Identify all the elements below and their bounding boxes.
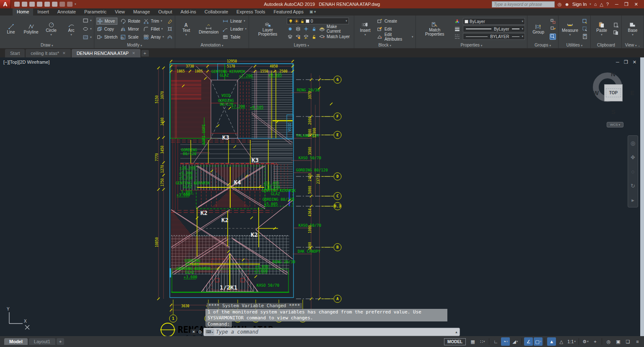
- arc-button[interactable]: Arc▾: [62, 16, 80, 41]
- sign-in-button[interactable]: Sign In: [572, 2, 587, 7]
- orbit-icon[interactable]: ↻: [631, 183, 635, 189]
- transfer-icon[interactable]: [44, 2, 50, 7]
- drawing-minimize-button[interactable]: ─: [616, 60, 619, 65]
- compass-south[interactable]: S: [611, 108, 615, 115]
- customization-menu-icon[interactable]: ≡: [633, 337, 642, 346]
- create-block-button[interactable]: Create: [377, 18, 413, 25]
- object-snap-tracking-icon[interactable]: ∠: [524, 337, 533, 346]
- command-close-icon[interactable]: ✕: [191, 329, 197, 335]
- autoscale-icon[interactable]: △: [557, 337, 566, 346]
- scale-button[interactable]: Scale: [120, 34, 140, 41]
- copy-button[interactable]: Copy: [96, 26, 118, 33]
- model-space-button[interactable]: MODEL: [444, 338, 466, 345]
- isolate-objects-icon[interactable]: ◎: [604, 337, 613, 346]
- select-all-icon[interactable]: [582, 26, 588, 32]
- panel-label-view[interactable]: View ▾ ⌄: [622, 42, 644, 48]
- color-dropdown[interactable]: ByLayer▾: [463, 18, 525, 25]
- panel-label-block[interactable]: Block ▾: [354, 42, 415, 48]
- polyline-button[interactable]: Polyline: [22, 16, 40, 41]
- tab-output[interactable]: Output: [154, 8, 177, 16]
- array-button[interactable]: Array▾: [143, 34, 164, 41]
- trim-button[interactable]: Trim▾: [143, 18, 164, 25]
- make-current-button[interactable]: Make Current: [287, 25, 352, 32]
- annotation-scale-label[interactable]: 1:1▾: [566, 337, 576, 346]
- leader-button[interactable]: Leader▾: [222, 26, 247, 33]
- panel-label-layers[interactable]: Layers ▾: [249, 42, 354, 48]
- group-selection-toggle-icon[interactable]: [550, 34, 556, 40]
- tab-home[interactable]: Home: [13, 8, 33, 16]
- autodesk-exchange-icon[interactable]: △: [600, 2, 603, 7]
- close-button[interactable]: ✕: [634, 2, 638, 7]
- zoom-icon[interactable]: ◌: [631, 168, 635, 175]
- grid-icon[interactable]: ▦: [468, 337, 477, 346]
- snap-mode-icon[interactable]: ∷▾: [478, 337, 487, 346]
- tab-annotate[interactable]: Annotate: [53, 8, 80, 16]
- pan-icon[interactable]: ✥: [631, 154, 635, 161]
- linetype-dropdown[interactable]: BYLAYER▾: [463, 33, 525, 40]
- sign-in-dropdown-icon[interactable]: ▾: [589, 3, 591, 6]
- explode-icon[interactable]: [166, 26, 173, 32]
- ribbon-display-toggle-icon[interactable]: ▣ ▾: [309, 8, 316, 16]
- polar-tracking-icon[interactable]: ◔▾: [501, 337, 510, 346]
- measure-button[interactable]: Measure▾: [561, 16, 579, 41]
- wcs-dropdown[interactable]: WCS▾: [607, 122, 623, 127]
- save-as-icon[interactable]: [37, 2, 42, 7]
- viewport-controls[interactable]: [−][Top][2D Wireframe]: [3, 60, 49, 65]
- new-file-icon[interactable]: [14, 2, 20, 7]
- tab-parametric[interactable]: Parametric: [80, 8, 111, 16]
- ellipse-tool-icon[interactable]: ▾: [83, 26, 92, 33]
- minimize-button[interactable]: ─: [615, 2, 618, 7]
- table-button[interactable]: Table: [222, 34, 247, 41]
- new-tab-button[interactable]: +: [141, 50, 149, 57]
- workspace-gear-icon[interactable]: ⚙▾: [581, 337, 590, 346]
- isometric-drafting-icon[interactable]: ◢▾: [511, 337, 519, 346]
- panel-label-annotation[interactable]: Annotation ▾: [175, 42, 249, 48]
- graphics-performance-icon[interactable]: ▣: [614, 337, 623, 346]
- qat-customize-icon[interactable]: ▾: [75, 3, 76, 6]
- match-properties-button[interactable]: Match Properties: [418, 16, 452, 41]
- edit-attributes-button[interactable]: Edit Attributes▾: [377, 34, 413, 41]
- compass-north[interactable]: N: [611, 70, 615, 78]
- insert-button[interactable]: Insert▾: [356, 16, 374, 41]
- tab-view[interactable]: View: [111, 8, 129, 16]
- ungroup-icon[interactable]: [550, 18, 556, 25]
- circle-button[interactable]: Circle▾: [42, 16, 60, 41]
- command-history-icon[interactable]: ▴: [455, 330, 458, 334]
- rectangle-tool-icon[interactable]: ▾: [83, 17, 92, 24]
- panel-label-draw[interactable]: Draw ▾: [0, 42, 94, 48]
- base-button[interactable]: Base▾: [624, 16, 641, 41]
- close-tab-icon[interactable]: ✕: [62, 51, 66, 55]
- compass-west[interactable]: W: [593, 89, 599, 96]
- restore-button[interactable]: ❒: [624, 2, 628, 7]
- text-button[interactable]: A Text▾: [177, 16, 195, 41]
- lineweight-dropdown[interactable]: ByLayer▾: [463, 26, 525, 32]
- viewcube-top-face[interactable]: TOP: [604, 84, 623, 101]
- close-tab-icon[interactable]: ✕: [132, 51, 135, 55]
- show-motion-icon[interactable]: ▸: [631, 197, 634, 203]
- quick-select-icon[interactable]: [582, 18, 588, 25]
- app-store-icon[interactable]: ⌂: [594, 2, 597, 7]
- navigation-wheel-icon[interactable]: ◎: [631, 140, 635, 146]
- command-bar[interactable]: ⌨▾ ▴: [203, 328, 460, 336]
- edit-block-button[interactable]: Edit: [377, 26, 413, 33]
- save-icon[interactable]: [29, 2, 35, 7]
- drawing-close-button[interactable]: ✕: [633, 60, 636, 65]
- autocad-logo-icon[interactable]: A: [0, 0, 11, 8]
- command-keyboard-icon[interactable]: ⌨▾: [205, 329, 214, 335]
- model-tab[interactable]: Model: [4, 338, 28, 345]
- hatch-tool-icon[interactable]: ▾: [83, 34, 92, 41]
- viewcube[interactable]: N W E S TOP: [592, 72, 634, 114]
- annotation-monitor-icon[interactable]: +: [591, 337, 600, 346]
- panel-label-utilities[interactable]: Utilities ▾: [558, 42, 590, 48]
- drawing-canvas[interactable]: [−][Top][2D Wireframe] ─ ❒ ✕: [0, 57, 644, 336]
- drawing-restore-button[interactable]: ❒: [624, 60, 628, 65]
- layer-properties-button[interactable]: Layer Properties: [251, 16, 284, 41]
- panel-label-properties[interactable]: Properties ▾: [416, 42, 527, 48]
- new-layout-button[interactable]: +: [57, 338, 64, 345]
- file-tab-ceiling[interactable]: ceiling lt atas*✕: [26, 49, 70, 57]
- ortho-icon[interactable]: ∟: [491, 337, 500, 346]
- command-input[interactable]: [216, 329, 454, 335]
- paste-button[interactable]: Paste▾: [593, 16, 610, 41]
- move-button[interactable]: Move: [96, 18, 118, 25]
- redo-icon[interactable]: [67, 2, 73, 7]
